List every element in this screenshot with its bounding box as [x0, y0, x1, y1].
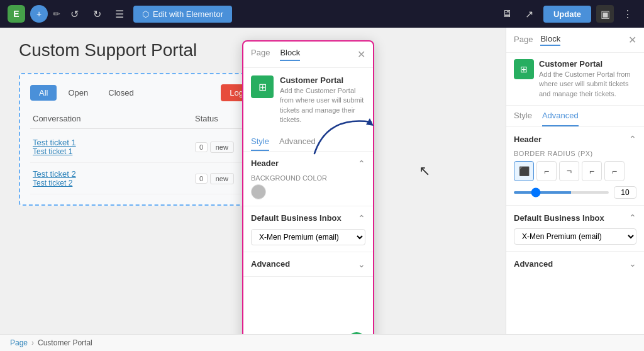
rp-widget-details: Customer Portal Add the Customer Portal … — [539, 59, 636, 99]
popup-advanced-tab[interactable]: Advanced — [279, 133, 316, 151]
rp-advanced-section: Advanced — [506, 252, 644, 276]
right-panel-header: Page Block ✕ — [506, 28, 644, 53]
bg-color-row — [251, 184, 365, 199]
toolbar: E + ✏ ↺ ↻ ☰ ⬡ Edit with Elementor 🖥 ↗ Up… — [0, 0, 644, 28]
view-toggle-button[interactable]: ▣ — [596, 5, 614, 23]
breadcrumb: Page › Customer Portal — [0, 334, 644, 351]
rp-widget-title: Customer Portal — [539, 59, 636, 69]
border-radius-controls: ⬛ ⌐ ¬ ⌐ ⌐ — [514, 161, 636, 181]
br-top-right-button[interactable]: ¬ — [559, 161, 579, 181]
breadcrumb-page[interactable]: Page — [10, 338, 28, 347]
canvas: Custom Support Portal All Open Closed Lo… — [0, 28, 506, 334]
inbox-section-header[interactable]: Default Business Inbox — [251, 213, 365, 224]
br-top-left-button[interactable]: ⌐ — [536, 161, 557, 181]
ticket-2-link[interactable]: Test ticket 2 — [33, 169, 195, 179]
advanced-section-chevron — [358, 259, 365, 270]
breadcrumb-customer-portal: Customer Portal — [38, 338, 92, 347]
br-value-input[interactable] — [614, 186, 636, 199]
popup-tab-block[interactable]: Block — [280, 48, 300, 61]
inbox-section-chevron — [358, 213, 365, 224]
rp-widget-desc: Add the Customer Portal from where user … — [539, 70, 636, 99]
rp-header-content: BORDER RADIUS (PX) ⬛ ⌐ ¬ ⌐ ⌐ — [514, 145, 636, 199]
rp-tab-block[interactable]: Block — [540, 34, 560, 46]
popup-widget-info: ⊞ Customer Portal Add the Customer Porta… — [243, 68, 373, 133]
br-bottom-left-button[interactable]: ⌐ — [604, 161, 625, 181]
br-all-button[interactable]: ⬛ — [514, 161, 534, 181]
rp-advanced-title: Advanced — [514, 259, 553, 269]
popup-header-section-title: Header — [251, 159, 279, 168]
main-area: Custom Support Portal All Open Closed Lo… — [0, 28, 644, 334]
toolbar-right: 🖥 ↗ Update ▣ ⋮ — [498, 5, 636, 23]
breadcrumb-separator: › — [31, 338, 34, 347]
logo: E — [8, 5, 25, 23]
ticket-2-status-badge: new — [210, 173, 234, 184]
rp-header-title: Header — [514, 135, 541, 144]
tab-open[interactable]: Open — [59, 85, 97, 101]
rp-widget-icon: ⊞ — [514, 59, 534, 79]
elementor-logo-icon: ⬡ — [142, 9, 149, 19]
br-slider[interactable] — [514, 191, 609, 194]
ticket-2-sublink[interactable]: Test ticket 2 — [33, 179, 195, 187]
rp-inbox-content: X-Men Premium (email) — [514, 223, 636, 245]
inbox-section-title: Default Business Inbox — [251, 213, 341, 223]
bg-color-swatch[interactable] — [251, 184, 266, 199]
edit-elementor-label: Edit with Elementor — [153, 9, 223, 19]
rp-inbox-section-header[interactable]: Default Business Inbox — [514, 212, 636, 223]
widget-details: Customer Portal Add the Customer Portal … — [280, 75, 365, 125]
rp-advanced-tab[interactable]: Advanced — [542, 106, 579, 126]
widget-desc: Add the Customer Portal from where user … — [280, 86, 365, 125]
rp-header-section-header[interactable]: Header — [514, 133, 636, 145]
header-section-chevron — [358, 158, 365, 169]
rp-inbox-select[interactable]: X-Men Premium (email) — [514, 228, 636, 245]
ticket-1-link[interactable]: Test ticket 1 — [33, 138, 195, 147]
rp-style-tab[interactable]: Style — [514, 106, 532, 126]
rp-inbox-section: Default Business Inbox X-Men Premium (em… — [506, 206, 644, 252]
rp-border-radius-label: BORDER RADIUS (PX) — [514, 150, 636, 157]
popup-style-tabs: Style Advanced — [243, 133, 373, 152]
cursor-icon: ↖ — [419, 163, 430, 179]
rp-style-tabs: Style Advanced — [506, 106, 644, 127]
br-bottom-right-button[interactable]: ⌐ — [582, 161, 602, 181]
redo-button[interactable]: ↻ — [88, 5, 106, 23]
inbox-section-content: X-Men Premium (email) — [251, 224, 365, 245]
external-link-icon[interactable]: ↗ — [521, 5, 538, 23]
ticket-1-info: Test ticket 1 Test ticket 1 — [33, 138, 195, 156]
popup-close-button[interactable]: ✕ — [357, 48, 365, 60]
ticket-1-sublink[interactable]: Test ticket 1 — [33, 147, 195, 156]
menu-button[interactable]: ☰ — [111, 5, 128, 23]
rp-header-chevron — [629, 133, 636, 145]
tab-closed[interactable]: Closed — [99, 85, 142, 101]
popup-footer: 💬 — [243, 327, 373, 334]
col-conversation: Conversation — [33, 114, 195, 123]
monitor-icon[interactable]: 🖥 — [498, 5, 516, 23]
pencil-icon[interactable]: ✏ — [53, 9, 60, 19]
inbox-select[interactable]: X-Men Premium (email) — [251, 229, 365, 245]
popup-advanced-section: Advanced — [243, 252, 373, 277]
popup-tab-page[interactable]: Page — [251, 48, 270, 61]
advanced-section-header[interactable]: Advanced — [251, 259, 365, 270]
edit-elementor-button[interactable]: ⬡ Edit with Elementor — [133, 6, 232, 23]
ticket-1-status-badge: new — [210, 142, 234, 153]
right-panel: Page Block ✕ ⊞ Customer Portal Add the C… — [506, 28, 644, 334]
popup-style-tab[interactable]: Style — [251, 133, 269, 151]
rp-inbox-title: Default Business Inbox — [514, 213, 604, 223]
rp-inbox-chevron — [629, 212, 636, 223]
bg-color-label: BACKGROUND COLOR — [251, 174, 365, 182]
add-button[interactable]: + — [30, 5, 48, 23]
rp-advanced-header[interactable]: Advanced — [514, 258, 636, 269]
update-button[interactable]: Update — [543, 6, 591, 23]
ticket-2-badge: 0 — [195, 174, 208, 184]
rp-header-section: Header BORDER RADIUS (PX) ⬛ ⌐ ¬ ⌐ ⌐ — [506, 127, 644, 206]
ticket-2-info: Test ticket 2 Test ticket 2 — [33, 169, 195, 187]
more-options-button[interactable]: ⋮ — [619, 5, 636, 23]
popup-header: Page Block ✕ — [243, 42, 373, 68]
tab-all[interactable]: All — [30, 85, 57, 101]
undo-button[interactable]: ↺ — [65, 5, 83, 23]
rp-tab-page[interactable]: Page — [514, 35, 533, 45]
header-section-content: BACKGROUND COLOR — [251, 169, 365, 199]
popup-header-section-header[interactable]: Header — [251, 158, 365, 169]
footer-chat-icon[interactable]: 💬 — [348, 332, 365, 334]
rp-close-button[interactable]: ✕ — [628, 34, 636, 46]
rp-advanced-chevron — [629, 258, 636, 269]
br-slider-row — [514, 186, 636, 199]
